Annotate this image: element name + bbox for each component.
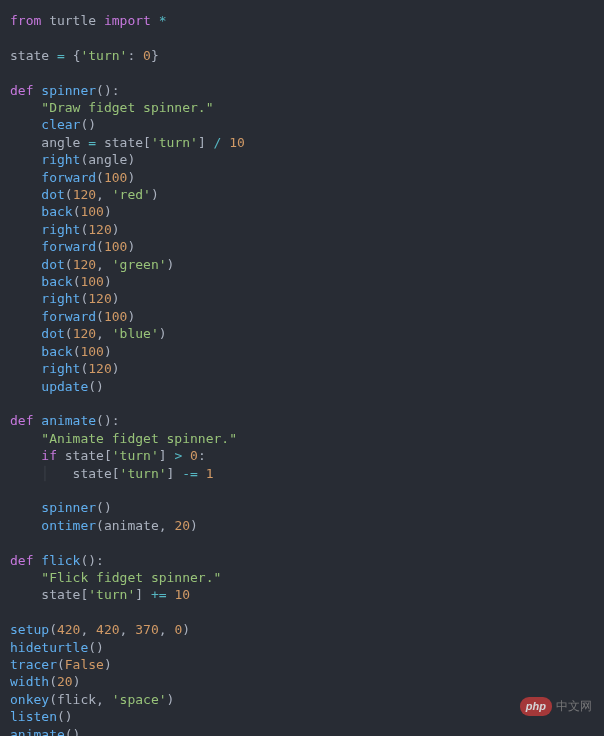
token: setup: [10, 622, 49, 637]
token: (: [49, 674, 57, 689]
code-line[interactable]: "Animate fidget spinner.": [10, 430, 594, 447]
token: (: [96, 170, 104, 185]
token: 100: [104, 239, 127, 254]
code-line[interactable]: spinner(): [10, 499, 594, 516]
token: [65, 48, 73, 63]
code-line[interactable]: [10, 29, 594, 46]
code-line[interactable]: "Flick fidget spinner.": [10, 569, 594, 586]
token: ): [182, 622, 190, 637]
code-line[interactable]: angle = state['turn'] / 10: [10, 134, 594, 151]
token: -=: [182, 466, 198, 481]
token: forward: [41, 309, 96, 324]
code-line[interactable]: width(20): [10, 673, 594, 690]
code-line[interactable]: right(120): [10, 360, 594, 377]
token: ): [167, 692, 175, 707]
token: ontimer: [41, 518, 96, 533]
code-line[interactable]: tracer(False): [10, 656, 594, 673]
token: 'turn': [151, 135, 198, 150]
token: [10, 344, 41, 359]
token: 100: [80, 204, 103, 219]
token: ,: [96, 326, 112, 341]
token: 0: [143, 48, 151, 63]
code-line[interactable]: from turtle import *: [10, 12, 594, 29]
code-line[interactable]: [10, 395, 594, 412]
code-line[interactable]: "Draw fidget spinner.": [10, 99, 594, 116]
token: 120: [88, 291, 111, 306]
token: }: [151, 48, 159, 63]
token: [151, 13, 159, 28]
code-line[interactable]: forward(100): [10, 169, 594, 186]
token: ,: [80, 622, 96, 637]
token: dot: [41, 257, 64, 272]
code-line[interactable]: right(angle): [10, 151, 594, 168]
code-line[interactable]: forward(100): [10, 308, 594, 325]
code-line[interactable]: │ state['turn'] -= 1: [10, 465, 594, 482]
code-line[interactable]: dot(120, 'red'): [10, 186, 594, 203]
token: ): [159, 326, 167, 341]
token: ): [151, 187, 159, 202]
code-line[interactable]: onkey(flick, 'space'): [10, 691, 594, 708]
token: back: [41, 344, 72, 359]
token: (): [65, 727, 81, 736]
code-line[interactable]: ontimer(animate, 20): [10, 517, 594, 534]
token: dot: [41, 326, 64, 341]
token: 100: [104, 170, 127, 185]
code-line[interactable]: update(): [10, 378, 594, 395]
code-line[interactable]: if state['turn'] > 0:: [10, 447, 594, 464]
token: 10: [174, 587, 190, 602]
token: [10, 466, 41, 481]
token: ]: [167, 466, 183, 481]
token: ,: [96, 187, 112, 202]
token: 120: [88, 361, 111, 376]
code-line[interactable]: forward(100): [10, 238, 594, 255]
code-line[interactable]: def flick():: [10, 552, 594, 569]
token: [10, 152, 41, 167]
code-line[interactable]: [10, 64, 594, 81]
code-line[interactable]: clear(): [10, 116, 594, 133]
code-line[interactable]: right(120): [10, 221, 594, 238]
code-line[interactable]: [10, 534, 594, 551]
token: :: [127, 48, 143, 63]
token: ]: [198, 135, 214, 150]
token: def: [10, 413, 33, 428]
code-line[interactable]: dot(120, 'blue'): [10, 325, 594, 342]
token: [10, 431, 41, 446]
code-line[interactable]: setup(420, 420, 370, 0): [10, 621, 594, 638]
token: right: [41, 361, 80, 376]
code-line[interactable]: dot(120, 'green'): [10, 256, 594, 273]
token: ): [167, 257, 175, 272]
token: [10, 291, 41, 306]
token: back: [41, 204, 72, 219]
token: state[: [96, 135, 151, 150]
token: ): [104, 344, 112, 359]
token: ): [127, 309, 135, 324]
token: (): [88, 379, 104, 394]
token: def: [10, 83, 33, 98]
token: (): [57, 709, 73, 724]
code-line[interactable]: back(100): [10, 203, 594, 220]
code-line[interactable]: back(100): [10, 273, 594, 290]
code-line[interactable]: hideturtle(): [10, 639, 594, 656]
code-line[interactable]: animate(): [10, 726, 594, 736]
token: ():: [80, 553, 103, 568]
code-line[interactable]: state['turn'] += 10: [10, 586, 594, 603]
code-line[interactable]: def animate():: [10, 412, 594, 429]
code-line[interactable]: def spinner():: [10, 82, 594, 99]
token: ): [112, 222, 120, 237]
code-line[interactable]: right(120): [10, 290, 594, 307]
code-line[interactable]: state = {'turn': 0}: [10, 47, 594, 64]
token: [10, 309, 41, 324]
token: "Draw fidget spinner.": [41, 100, 213, 115]
token: def: [10, 553, 33, 568]
code-line[interactable]: [10, 482, 594, 499]
code-editor[interactable]: from turtle import *state = {'turn': 0}d…: [10, 12, 594, 736]
code-line[interactable]: back(100): [10, 343, 594, 360]
token: *: [159, 13, 167, 28]
token: listen: [10, 709, 57, 724]
token: 'red': [112, 187, 151, 202]
code-line[interactable]: [10, 604, 594, 621]
code-line[interactable]: listen(): [10, 708, 594, 725]
token: =: [88, 135, 96, 150]
token: ): [104, 204, 112, 219]
token: state[: [57, 448, 112, 463]
